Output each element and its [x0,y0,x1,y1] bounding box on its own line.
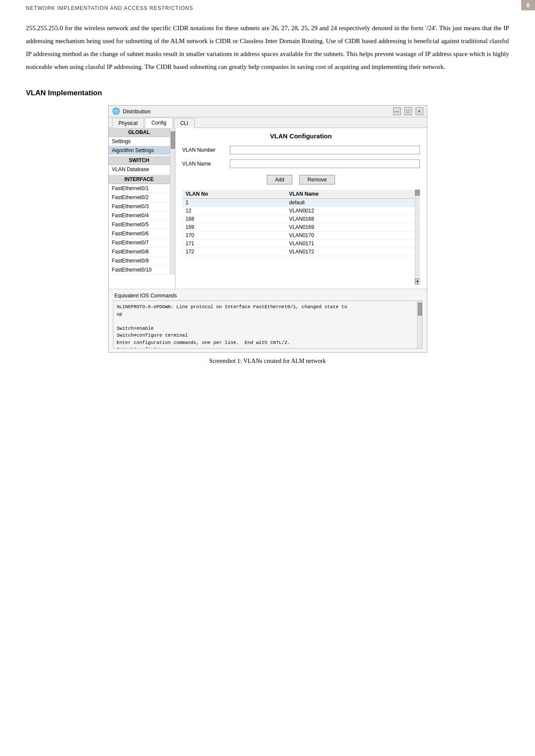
ios-section-label: Equivalent IOS Commands [113,292,422,300]
dialog-sidebar: GLOBAL Settings Algorithm Settings SWITC… [109,128,175,289]
vlan-config-title: VLAN Configuration [182,132,420,140]
sidebar-scroll-container: GLOBAL Settings Algorithm Settings SWITC… [109,128,175,275]
sidebar-item-fastethernet0-3[interactable]: FastEthernet0/3 [109,202,170,211]
vlan-name-cell: VLAN0169 [286,223,415,231]
sidebar-item-fastethernet0-4[interactable]: FastEthernet0/4 [109,211,170,220]
ios-console-wrapper: %LINEPROTO-5-UPDOWN: Line protocol on In… [113,300,422,349]
sidebar-scrollbar-thumb[interactable] [171,131,175,149]
main-panel: VLAN Configuration VLAN Number VLAN Name… [175,128,427,289]
page-header: NETWORK IMPLEMENTATION AND ACCESS RESTRI… [26,5,509,11]
ios-scrollbar-thumb[interactable] [418,303,422,316]
vlan-name-row: VLAN Name [182,159,420,168]
page-container: 8 NETWORK IMPLEMENTATION AND ACCESS REST… [0,0,535,756]
vlan-name-input[interactable] [230,159,420,168]
minimize-button[interactable]: — [393,107,401,115]
tab-cli[interactable]: CLI [174,118,195,128]
vlan-name-cell: VLAN0170 [286,231,415,240]
main-content: 255.255.255.0 for the wireless network a… [26,22,509,365]
table-row[interactable]: 12VLAN0012 [182,207,415,215]
vlan-name-label: VLAN Name [182,161,225,167]
add-remove-row: Add Remove [182,175,420,184]
table-scrollbar-thumb-top[interactable] [416,190,420,196]
vlan-no-cell: 171 [182,240,286,248]
dialog-title-text: Distribution [123,108,390,115]
vlan-no-cell: 169 [182,223,286,231]
table-row[interactable]: 1default [182,199,415,207]
vlan-table-inner: VLAN No VLAN Name 1default12VLAN0012168V… [182,190,415,284]
table-row[interactable]: 170VLAN0170 [182,231,415,240]
add-button[interactable]: Add [267,175,292,184]
sidebar-item-vlan-database[interactable]: VLAN Database [109,165,170,174]
ios-scrollbar-track[interactable] [417,301,422,348]
page-header-title: NETWORK IMPLEMENTATION AND ACCESS RESTRI… [26,5,193,11]
table-scrollbar-track[interactable]: ▲ ▼ [415,190,420,284]
sidebar-item-fastethernet0-2[interactable]: FastEthernet0/2 [109,193,170,202]
close-button[interactable]: × [416,107,423,115]
sidebar-item-fastethernet0-1[interactable]: FastEthernet0/1 [109,184,170,193]
vlan-no-cell: 168 [182,215,286,223]
table-row[interactable]: 168VLAN0168 [182,215,415,223]
sidebar-item-algorithm-settings[interactable]: Algorithm Settings [109,146,170,155]
tab-physical[interactable]: Physical [112,118,144,128]
page-number: 8 [521,0,535,10]
sidebar-group-global: GLOBAL [109,128,170,137]
sidebar-items-list: GLOBAL Settings Algorithm Settings SWITC… [109,128,170,275]
vlan-name-cell: VLAN0171 [286,240,415,248]
vlan-name-cell: VLAN0168 [286,215,415,223]
sidebar-item-settings[interactable]: Settings [109,137,170,146]
vlan-number-input[interactable] [230,146,420,154]
restore-button[interactable]: □ [404,107,412,115]
remove-button[interactable]: Remove [299,175,335,184]
sidebar-item-fastethernet0-9[interactable]: FastEthernet0/9 [109,256,170,266]
vlan-no-cell: 1 [182,199,286,207]
ios-scroll-container: %LINEPROTO-5-UPDOWN: Line protocol on In… [113,301,422,348]
sidebar-item-fastethernet0-10[interactable]: FastEthernet0/10 [109,266,170,275]
table-row[interactable]: 169VLAN0169 [182,223,415,231]
table-row[interactable]: 172VLAN0172 [182,248,415,256]
ios-console-text: %LINEPROTO-5-UPDOWN: Line protocol on In… [113,301,417,348]
vlan-name-cell: VLAN0172 [286,248,415,256]
vlan-no-cell: 170 [182,231,286,240]
vlan-no-cell: 12 [182,207,286,215]
sidebar-group-switch: SWITCH [109,156,170,165]
dialog-window: 🌐 Distribution — □ × Physical Config CLI… [108,105,427,353]
tab-config[interactable]: Config [145,118,173,128]
table-scroll-down[interactable]: ▼ [415,278,420,284]
sidebar-item-fastethernet0-6[interactable]: FastEthernet0/6 [109,229,170,238]
vlan-number-row: VLAN Number [182,146,420,154]
sidebar-item-fastethernet0-7[interactable]: FastEthernet0/7 [109,238,170,247]
screenshot-caption: Screenshot 1: VLANs created for ALM netw… [26,358,509,365]
vlan-table-header-no: VLAN No [182,190,286,199]
sidebar-item-fastethernet0-5[interactable]: FastEthernet0/5 [109,220,170,229]
body-paragraph-1: 255.255.255.0 for the wireless network a… [26,22,509,73]
table-row[interactable]: 171VLAN0171 [182,240,415,248]
dialog-body: GLOBAL Settings Algorithm Settings SWITC… [109,128,427,289]
vlan-number-label: VLAN Number [182,147,225,153]
vlan-name-cell: VLAN0012 [286,207,415,215]
vlan-no-cell: 172 [182,248,286,256]
dialog-titlebar: 🌐 Distribution — □ × [109,106,427,117]
vlan-table-container: VLAN No VLAN Name 1default12VLAN0012168V… [182,190,420,284]
dialog-bottom-section: Equivalent IOS Commands %LINEPROTO-5-UPD… [109,289,427,352]
sidebar-scrollbar-track[interactable] [170,128,175,275]
vlan-table: VLAN No VLAN Name 1default12VLAN0012168V… [182,190,415,256]
sidebar-group-interface: INTERFACE [109,175,170,184]
dialog-tabs: Physical Config CLI [109,117,427,128]
sidebar-item-fastethernet0-8[interactable]: FastEthernet0/8 [109,247,170,256]
vlan-table-header-name: VLAN Name [286,190,415,199]
vlan-name-cell: default [286,199,415,207]
section-heading: VLAN Implementation [26,89,509,97]
dialog-title-icon: 🌐 [112,107,120,115]
